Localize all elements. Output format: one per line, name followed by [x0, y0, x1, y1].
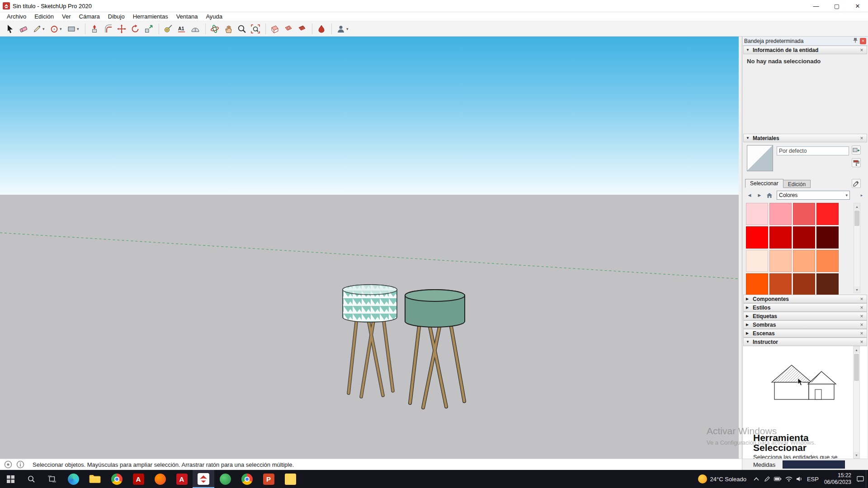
scrollbar-thumb[interactable]	[854, 211, 859, 226]
color-swatch[interactable]	[816, 273, 839, 295]
shape-tool-caret-icon[interactable]: ▾	[60, 27, 64, 31]
tape-measure-tool-icon[interactable]	[162, 23, 175, 35]
taskbar-app-green[interactable]	[214, 470, 236, 488]
section-display-tool-icon[interactable]	[282, 23, 295, 35]
details-button[interactable]: ▸	[857, 191, 866, 200]
orbit-tool-icon[interactable]	[208, 23, 221, 35]
estilos-header[interactable]: ▶ Estilos ×	[743, 303, 867, 312]
materials-close-icon[interactable]: ×	[859, 135, 864, 141]
forward-button[interactable]: ▶	[755, 191, 764, 200]
pen-tray-icon[interactable]	[762, 470, 773, 488]
taskbar-app-chrome[interactable]	[106, 470, 127, 488]
scroll-up-icon[interactable]: ▲	[854, 203, 860, 210]
taskbar-app-edge[interactable]	[62, 470, 84, 488]
wifi-icon[interactable]	[783, 470, 794, 488]
entity-info-close-icon[interactable]: ×	[859, 47, 864, 53]
zoom-tool-icon[interactable]	[236, 23, 248, 35]
taskbar-app-file-explorer[interactable]	[84, 470, 106, 488]
color-swatch[interactable]	[793, 273, 815, 295]
line-tool-caret-icon[interactable]: ▾	[42, 27, 47, 31]
color-swatch[interactable]	[746, 273, 768, 295]
clock[interactable]: 15:22 06/06/2023	[821, 472, 855, 486]
rotate-tool-icon[interactable]	[129, 23, 142, 35]
zoom-extents-tool-icon[interactable]	[249, 23, 262, 35]
color-swatch[interactable]	[746, 203, 768, 225]
menu-camara[interactable]: Cámara	[75, 13, 104, 20]
componentes-close-icon[interactable]: ×	[859, 296, 864, 302]
circle-tool-icon[interactable]	[48, 23, 61, 35]
tab-seleccionar[interactable]: Seleccionar	[745, 179, 783, 188]
color-swatch[interactable]	[769, 250, 792, 272]
collapse-icon[interactable]: ▼	[746, 136, 750, 140]
start-button[interactable]	[0, 470, 21, 488]
expand-icon[interactable]: ▶	[746, 297, 750, 301]
etiquetas-header[interactable]: ▶ Etiquetas ×	[743, 312, 867, 320]
measurements-input[interactable]	[783, 460, 845, 469]
notification-center-icon[interactable]	[855, 470, 866, 488]
expand-icon[interactable]: ▶	[746, 314, 750, 318]
tab-edicion[interactable]: Edición	[783, 180, 811, 188]
materials-header[interactable]: ▼ Materiales ×	[743, 134, 867, 142]
scroll-down-icon[interactable]: ▼	[854, 452, 859, 458]
hidden-icons-chevron-icon[interactable]	[751, 470, 762, 488]
taskbar-app-powerpoint[interactable]: P	[258, 470, 279, 488]
collection-dropdown[interactable]: Colores ▾	[777, 191, 850, 200]
scroll-down-icon[interactable]: ▼	[854, 286, 860, 293]
taskbar-app-firefox[interactable]	[149, 470, 171, 488]
color-swatch[interactable]	[769, 226, 792, 249]
menu-archivo[interactable]: Archivo	[3, 13, 30, 20]
sombras-close-icon[interactable]: ×	[859, 322, 864, 328]
estilos-close-icon[interactable]: ×	[859, 305, 864, 311]
user-profile-icon[interactable]	[335, 23, 347, 35]
pin-icon[interactable]	[853, 38, 858, 44]
color-swatch[interactable]	[793, 226, 815, 249]
right-stool-legs[interactable]	[410, 319, 464, 408]
language-indicator[interactable]: ESP	[805, 470, 821, 488]
collapse-icon[interactable]: ▼	[746, 48, 750, 52]
back-button[interactable]: ◀	[745, 191, 754, 200]
home-icon[interactable]	[765, 191, 774, 200]
left-stool-seat[interactable]	[343, 285, 397, 322]
section-fill-tool-icon[interactable]	[296, 23, 308, 35]
entity-info-header[interactable]: ▼ Información de la entidad ×	[743, 46, 867, 54]
offset-tool-icon[interactable]	[102, 23, 114, 35]
search-icon[interactable]	[21, 470, 42, 488]
sample-paint-eyedropper-button[interactable]	[852, 179, 861, 188]
scale-tool-icon[interactable]	[142, 23, 155, 35]
sombras-header[interactable]: ▶ Sombras ×	[743, 320, 867, 329]
taskbar-app-acrobat[interactable]: A	[127, 470, 149, 488]
move-tool-icon[interactable]	[115, 23, 128, 35]
material-preview[interactable]	[747, 145, 773, 171]
material-name-field[interactable]: Por defecto	[777, 146, 849, 155]
menu-ver[interactable]: Ver	[58, 13, 75, 20]
color-swatch[interactable]	[769, 203, 792, 225]
swatches-scrollbar[interactable]: ▲ ▼	[854, 203, 860, 293]
escenas-close-icon[interactable]: ×	[859, 330, 864, 337]
color-swatch[interactable]	[769, 273, 792, 295]
maximize-button[interactable]: ▢	[826, 0, 847, 12]
expand-icon[interactable]: ▶	[746, 323, 750, 327]
menu-edicion[interactable]: Edición	[30, 13, 58, 20]
paint-roller-button[interactable]	[852, 158, 861, 167]
taskbar-app-chrome-2[interactable]	[236, 470, 258, 488]
task-view-icon[interactable]	[42, 470, 62, 488]
taskbar-weather[interactable]: 24°C Soleado	[693, 470, 751, 488]
volume-icon[interactable]	[794, 470, 805, 488]
color-swatch[interactable]	[816, 203, 839, 225]
show-desktop-strip[interactable]	[866, 470, 868, 488]
componentes-header[interactable]: ▶ Componentes ×	[743, 295, 867, 303]
taskbar-app-sketchup-active[interactable]	[193, 470, 214, 488]
model-viewport[interactable]	[0, 37, 739, 459]
section-plane-tool-icon[interactable]	[269, 23, 281, 35]
left-stool-legs[interactable]	[349, 313, 393, 397]
expand-icon[interactable]: ▶	[746, 331, 750, 335]
geolocation-status-icon[interactable]	[4, 460, 12, 469]
select-tool-icon[interactable]	[4, 23, 16, 35]
pan-tool-icon[interactable]	[222, 23, 235, 35]
scroll-up-icon[interactable]: ▲	[854, 347, 859, 353]
line-tool-icon[interactable]	[31, 23, 43, 35]
minimize-button[interactable]: —	[806, 0, 826, 12]
taskbar-app-sticky-notes[interactable]	[279, 470, 301, 488]
escenas-header[interactable]: ▶ Escenas ×	[743, 329, 867, 338]
styles-tool-icon[interactable]	[315, 23, 328, 35]
